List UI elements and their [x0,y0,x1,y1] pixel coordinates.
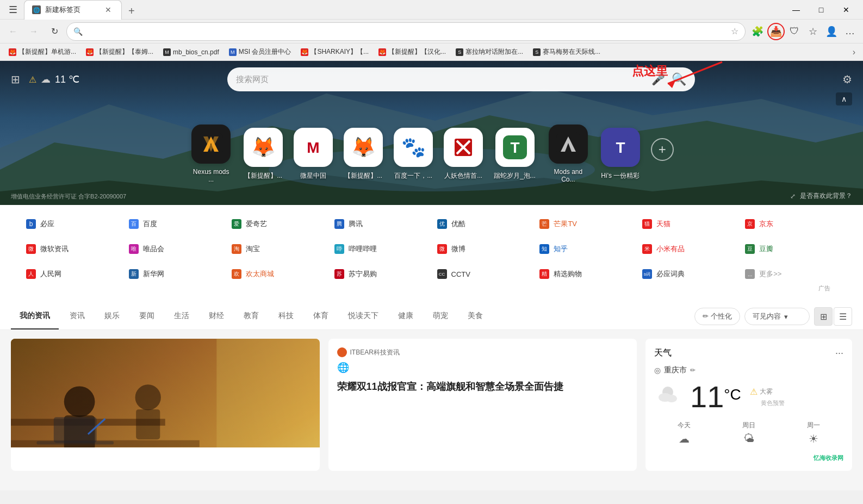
weather-temp-display: 11 °C [690,382,741,412]
bookmark-item-4[interactable]: 🦊 【SHARKAIY】【... [296,45,373,59]
ad-label: 广告 [22,284,841,295]
link-bilibili[interactable]: 哔 哔哩哔哩 [330,239,431,259]
expand-icon[interactable]: ⤢ [790,192,796,200]
link-iqiyi[interactable]: 爱 爱奇艺 [227,214,328,234]
visible-content-btn[interactable]: 可见内容 ▾ [744,308,810,325]
address-bar[interactable]: 🔍 ☆ [66,22,746,41]
bookmarks-more-btn[interactable]: › [849,45,859,59]
links-section: b 必应 百 百度 爱 爱奇艺 腾 腾讯 优 优酷 芒 芒果TV 猫 天猫 京 [0,205,863,303]
shortcut-5[interactable]: 人妖色情首... [444,128,483,181]
new-tab-btn[interactable]: + [124,3,139,20]
shortcut-7[interactable]: Mods and Co... [547,125,590,183]
shortcut-8[interactable]: T Hi's 一份精彩 [601,128,640,181]
news-tab-8[interactable]: 体育 [305,303,337,329]
link-baidu[interactable]: 百 百度 [125,214,225,234]
forward-btn[interactable]: → [25,23,42,40]
address-star-icon[interactable]: ☆ [731,26,738,36]
minimize-btn[interactable]: — [784,0,809,20]
news-tab-6[interactable]: 教育 [235,303,268,329]
bookmark-item-5[interactable]: 🦊 【新提醒】【汉化... [374,45,450,59]
link-more[interactable]: ... 更多>> [741,264,841,284]
link-zhihu[interactable]: 知 知乎 [535,239,636,259]
personalize-btn[interactable]: ✏ 个性化 [694,308,740,325]
link-label-biying: 必应 [40,219,54,229]
link-youku[interactable]: 优 优酷 [433,214,533,234]
link-douban[interactable]: 豆 豆瓣 [741,239,841,259]
link-jd[interactable]: 京 京东 [741,214,841,234]
news-tab-10[interactable]: 健康 [389,303,422,329]
link-msn[interactable]: 微 微软资讯 [22,239,122,259]
profile-btn[interactable]: 👤 [823,23,840,40]
extensions-btn[interactable]: 🧩 [749,23,766,40]
shortcut-1[interactable]: 🦊 【新提醒】... [244,128,283,181]
link-tmall[interactable]: 猫 天猫 [638,214,738,234]
browser-tab-active[interactable]: 🌐 新建标签页 ✕ [24,0,122,20]
add-shortcut-btn[interactable]: + [651,138,674,161]
news-tab-5[interactable]: 财经 [200,303,233,329]
link-mgtv[interactable]: 芒 芒果TV [535,214,636,234]
warning-icon: ⚠ [750,387,758,397]
favorites-btn[interactable]: ☆ [804,23,822,40]
shortcut-2[interactable]: M 微星中国 [294,128,333,181]
bookmark-item-0[interactable]: 🦊 【新提醒】单机游... [4,45,80,59]
settings-more-btn[interactable]: … [841,23,859,40]
news-tab-11[interactable]: 萌宠 [424,303,457,329]
address-input[interactable] [87,27,727,36]
link-taobao[interactable]: 淘 淘宝 [227,239,328,259]
sidebar-toggle[interactable]: ☰ [4,1,22,18]
link-tencent[interactable]: 腾 腾讯 [330,214,431,234]
link-jingxuan[interactable]: 精 精选购物 [535,264,636,284]
news-tab-7[interactable]: 科技 [270,303,302,329]
bookmark-item-3[interactable]: M MSI 会员注册中心 [225,45,296,59]
bookmark-item-2[interactable]: M mb_bios_cn.pdf [159,46,223,58]
refresh-btn[interactable]: ↻ [46,23,63,40]
grid-view-btn[interactable]: ⊞ [814,307,833,326]
shortcut-6[interactable]: T 踹蛇岁月_泡... [494,128,536,181]
link-people[interactable]: 人 人民网 [22,264,122,284]
browser-essentials-btn[interactable]: 🛡 [786,23,803,40]
shortcut-3[interactable]: 🦊 【新提醒】... [344,128,383,181]
news-tab-1[interactable]: 资讯 [61,303,94,329]
collections-btn[interactable]: 📥 [767,23,785,40]
news-card-1[interactable] [11,339,320,471]
news-tab-4[interactable]: 生活 [165,303,198,329]
hero-settings-btn[interactable]: ⚙ [842,73,852,86]
news-tab-3[interactable]: 要闻 [131,303,163,329]
list-view-btn[interactable]: ☰ [834,307,852,326]
close-btn[interactable]: ✕ [834,0,859,20]
link-label-bilibili: 哔哩哔哩 [349,244,377,254]
link-biyng[interactable]: b 必应 [22,214,122,234]
link-weibo[interactable]: 微 微博 [433,239,533,259]
bookmark-item-1[interactable]: 🦊 【新提醒】【泰姆... [82,45,158,59]
shortcut-4[interactable]: 🐾 百度一下，... [394,128,433,181]
news-tab-9[interactable]: 悦读天下 [339,303,387,329]
hero-collapse-btn[interactable]: ∧ [836,92,852,105]
weather-edit-icon[interactable]: ✏ [690,366,696,374]
link-xinhua[interactable]: 新 新华网 [125,264,225,284]
link-label-more: 更多>> [759,269,781,279]
news-tab-2[interactable]: 娱乐 [96,303,128,329]
maximize-btn[interactable]: □ [809,0,834,20]
link-huantai[interactable]: 欢 欢太商城 [227,264,328,284]
weather-card-more-btn[interactable]: ··· [835,347,843,359]
bg-question-text[interactable]: 是否喜欢此背景？ [800,191,852,201]
bookmark-item-7[interactable]: S 赛马梅努在天际线... [529,45,605,59]
link-cctv[interactable]: CC CCTV [433,264,533,284]
hero-grid-icon[interactable]: ⊞ [11,73,20,86]
link-favicon-people: 人 [26,269,36,279]
search-container[interactable]: 搜索网页 🎤 🔍 [227,67,695,91]
news-card-2[interactable]: ITBEAR科技资讯 🌐 荣耀双11战报官宣：高端旗舰和智慧全场景全面告捷 [328,339,637,471]
bookmark-item-6[interactable]: S 塞拉纳对话附加在... [451,45,527,59]
back-btn[interactable]: ← [4,23,22,40]
tab-close-btn[interactable]: ✕ [103,4,114,15]
link-mi[interactable]: 米 小米有品 [638,239,738,259]
weather-card: 天气 ··· ◎ 重庆市 ✏ 11 °C [645,339,852,471]
weather-temp: 11 ℃ [55,73,79,85]
link-suning[interactable]: 苏 苏宁易购 [330,264,431,284]
shortcut-nexus-mods[interactable]: Nexus mods ... [189,125,233,183]
link-label-cctv: CCTV [451,270,470,278]
link-vip[interactable]: 唯 唯品会 [125,239,225,259]
link-bingdict[interactable]: b词 必应词典 [638,264,738,284]
news-tab-0[interactable]: 我的资讯 [11,303,59,329]
news-tab-12[interactable]: 美食 [459,303,492,329]
